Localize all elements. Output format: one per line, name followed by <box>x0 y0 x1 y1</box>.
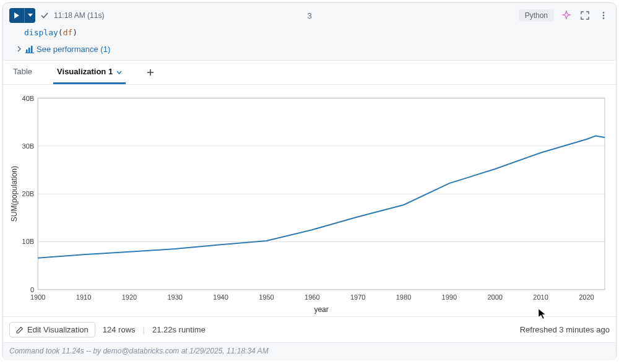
expand-icon[interactable] <box>579 9 591 22</box>
svg-text:20B: 20B <box>22 190 35 197</box>
svg-text:0: 0 <box>30 286 34 293</box>
run-dropdown[interactable] <box>24 8 35 23</box>
chevron-down-icon <box>28 14 33 17</box>
code-fn: display <box>24 28 58 37</box>
tab-table[interactable]: Table <box>9 61 36 84</box>
svg-point-2 <box>603 17 605 19</box>
row-count: 124 rows <box>103 325 136 334</box>
svg-text:SUM(population): SUM(population) <box>10 166 19 222</box>
tab-table-label: Table <box>13 67 32 76</box>
svg-text:1940: 1940 <box>213 293 228 301</box>
status-check-icon <box>40 11 49 20</box>
svg-text:1980: 1980 <box>396 293 412 301</box>
svg-text:1970: 1970 <box>350 293 366 301</box>
svg-text:1920: 1920 <box>122 293 137 301</box>
svg-text:1990: 1990 <box>442 293 457 301</box>
line-chart[interactable]: 010B20B30B40B190019101920193019401950196… <box>8 91 611 316</box>
perf-link-label: See performance (1) <box>37 45 110 54</box>
svg-text:10B: 10B <box>22 238 35 246</box>
plus-icon <box>147 69 154 76</box>
code-var: df <box>63 28 73 37</box>
cell-header: 11:18 AM (11s) 3 Python <box>3 3 616 25</box>
svg-text:1930: 1930 <box>167 293 183 301</box>
svg-text:30B: 30B <box>22 142 35 150</box>
play-icon <box>14 12 20 19</box>
svg-point-0 <box>603 12 605 14</box>
see-performance-link[interactable]: See performance (1) <box>25 45 110 54</box>
tab-visualization-1[interactable]: Visualization 1 <box>53 61 126 84</box>
add-tab-button[interactable] <box>143 63 158 84</box>
command-status: Command took 11.24s -- by demo@databrick… <box>3 342 616 360</box>
runtime-text: 21.22s runtime <box>152 325 206 334</box>
svg-point-1 <box>603 15 605 17</box>
svg-text:2010: 2010 <box>533 293 548 301</box>
svg-text:year: year <box>314 305 328 314</box>
chart-area: 010B20B30B40B190019101920193019401950196… <box>3 85 616 316</box>
notebook-cell: 11:18 AM (11s) 3 Python display(df) <box>2 2 617 360</box>
tab-viz-label: Visualization 1 <box>57 67 113 76</box>
edit-label: Edit Visualization <box>27 325 89 334</box>
language-pill[interactable]: Python <box>519 9 554 22</box>
chevron-down-icon[interactable] <box>116 67 122 76</box>
refreshed-text: Refreshed 3 minutes ago <box>520 325 610 334</box>
svg-rect-4 <box>28 48 30 53</box>
result-tabs: Table Visualization 1 <box>3 61 616 85</box>
command-number: 3 <box>307 11 311 20</box>
svg-text:1960: 1960 <box>305 293 320 301</box>
chevron-right-icon[interactable] <box>17 45 22 54</box>
bar-chart-icon <box>25 46 34 53</box>
assistant-icon[interactable] <box>560 9 573 22</box>
run-button-group <box>9 8 35 23</box>
svg-text:2000: 2000 <box>487 293 503 301</box>
svg-rect-5 <box>31 46 33 53</box>
header-right: Python <box>519 9 610 22</box>
performance-row: See performance (1) <box>3 42 616 61</box>
kebab-menu-icon[interactable] <box>597 9 610 22</box>
svg-text:1900: 1900 <box>30 293 46 301</box>
run-button[interactable] <box>9 8 24 23</box>
code-editor[interactable]: display(df) <box>3 25 616 42</box>
svg-text:2020: 2020 <box>579 293 594 301</box>
status-text: Command took 11.24s -- by demo@databrick… <box>9 347 269 355</box>
result-footer: Edit Visualization 124 rows | 21.22s run… <box>3 316 616 342</box>
pencil-icon <box>16 326 24 334</box>
edit-visualization-button[interactable]: Edit Visualization <box>9 322 95 337</box>
svg-text:1950: 1950 <box>259 293 274 301</box>
svg-rect-3 <box>26 50 28 53</box>
svg-text:1910: 1910 <box>76 293 92 301</box>
status-time: 11:18 AM (11s) <box>54 11 104 20</box>
svg-text:40B: 40B <box>22 95 35 102</box>
